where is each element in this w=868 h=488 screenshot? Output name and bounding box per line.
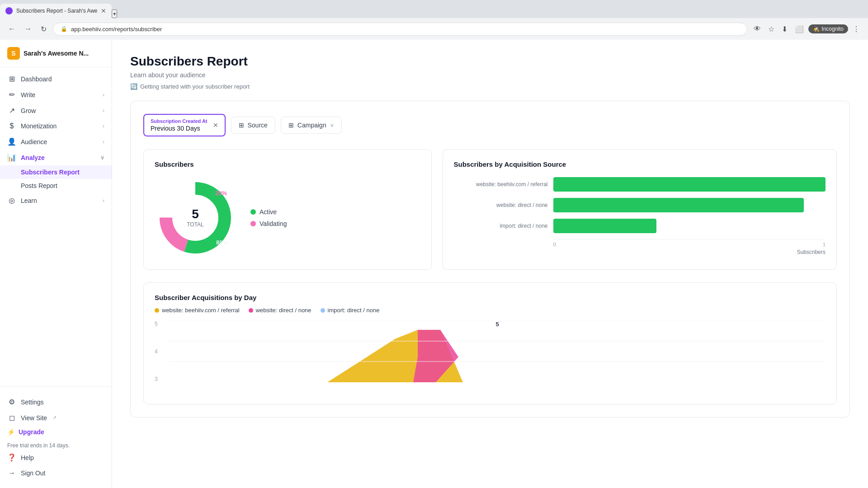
forward-button[interactable]: → [22,23,34,35]
bookmark-button[interactable]: ☆ [765,23,777,35]
trial-text: Free trial ends in 14 days. [7,442,104,450]
info-icon: 🔄 [130,83,137,90]
subscribers-chart-box: Subscribers 5 TOTAL [143,149,432,270]
day-chart-header: Subscriber Acquisitions by Day website: … [155,294,826,314]
bar-row-0: website: beehiiv.com / referral [458,177,826,192]
active-tab[interactable]: Subscribers Report - Sarah's Awe ✕ [0,4,112,18]
axis-start: 0 [553,242,556,247]
posts-report-label: Posts Report [21,182,57,189]
help-link-text: Getting started with your subscriber rep… [140,83,250,90]
refresh-button[interactable]: ↻ [38,23,49,35]
sidebar-item-analyze[interactable]: 📊 Analyze ∨ [0,150,112,165]
sidebar-item-subscribers-report[interactable]: Subscribers Report [0,165,112,179]
bar-label-1: website: direct / none [458,202,548,208]
screen-button[interactable]: ⬜ [792,23,807,35]
legend-dot-1 [249,308,253,313]
sidebar-item-view-site[interactable]: ◻ View Site ↗ [7,410,104,426]
chevron-down-icon: › [103,92,104,98]
peak-label: 5 [495,321,499,328]
legend-validating: Validating [250,220,287,227]
upgrade-button[interactable]: ⚡ Upgrade [7,426,104,438]
sign-out-icon: → [7,469,16,477]
report-container: Subscription Created At Previous 30 Days… [112,101,868,436]
axis-label: Subscribers [553,249,826,255]
sidebar-item-learn[interactable]: ◎ Learn › [0,192,112,208]
toolbar-actions: 👁 ☆ ⬇ ⬜ 🕵 Incognito ⋮ [751,23,863,35]
source-filter-label: Source [248,122,268,129]
analyze-icon: 📊 [7,153,16,162]
date-filter-content: Subscription Created At Previous 30 Days [151,118,208,132]
date-filter-clear-button[interactable]: ✕ [213,122,218,129]
campaign-filter-label: Campaign [297,122,326,129]
validating-label: Validating [259,220,287,227]
tab-close-button[interactable]: ✕ [101,7,106,14]
sidebar-item-write[interactable]: ✏ Write › [0,87,112,103]
legend-active: Active [250,208,287,216]
external-link-icon: ↗ [52,415,57,421]
dashboard-icon: ⊞ [7,75,16,83]
sidebar-item-grow[interactable]: ↗ Grow › [0,103,112,118]
chevron-down-icon: › [103,139,104,145]
bar-track-2 [553,219,826,233]
help-icon: ❓ [7,453,16,462]
upgrade-label: Upgrade [19,428,44,436]
chevron-up-icon: ∨ [100,155,104,161]
tab-favicon [5,7,13,14]
browser-toolbar: ← → ↻ 🔒 app.beehiiv.com/reports/subscrib… [0,18,868,40]
sidebar-item-posts-report[interactable]: Posts Report [0,179,112,192]
bar-track-0 [553,177,826,192]
page-subtitle: Learn about your audience [130,71,850,79]
legend-label-2: import: direct / none [328,307,380,314]
learn-icon: ◎ [7,196,16,205]
write-icon: ✏ [7,90,16,99]
donut-chart-container: 5 TOTAL 20% 80% Active [155,177,420,258]
sidebar-item-settings[interactable]: ⚙ Settings [7,394,104,410]
source-filter-icon: ⊞ [239,122,244,129]
date-filter-label: Subscription Created At [151,118,208,124]
campaign-filter-icon: ⊞ [288,122,294,129]
help-link[interactable]: 🔄 Getting started with your subscriber r… [130,83,850,90]
date-filter-tag[interactable]: Subscription Created At Previous 30 Days… [143,114,226,136]
area-chart-container: 5 4 3 5 [155,321,826,393]
chevron-down-icon: › [103,123,104,129]
sidebar-item-label: Monetization [21,122,98,130]
sidebar-item-label: Write [21,91,98,99]
validating-pct-label: 20% [215,190,227,197]
day-chart-title: Subscriber Acquisitions by Day [155,294,826,301]
y-label-3: 3 [155,376,164,382]
campaign-filter-button[interactable]: ⊞ Campaign ∨ [281,117,342,134]
sidebar-item-sign-out[interactable]: → Sign Out [7,465,104,481]
menu-button[interactable]: ⋮ [850,23,863,35]
tab-title: Subscribers Report - Sarah's Awe [16,8,97,14]
bar-axis: 0 1 [553,242,826,247]
area-chart-svg [169,321,826,382]
sidebar-item-label: Audience [21,138,98,145]
report-card: Subscription Created At Previous 30 Days… [130,101,850,418]
sidebar-item-audience[interactable]: 👤 Audience › [0,134,112,150]
legend-item-2: import: direct / none [321,307,380,314]
new-tab-button[interactable]: + [112,9,117,18]
sidebar-item-monetization[interactable]: $ Monetization › [0,118,112,134]
validating-dot [250,221,256,226]
download-button[interactable]: ⬇ [779,23,790,35]
y-label-4: 4 [155,348,164,355]
legend-label-1: website: direct / none [256,307,311,314]
svg-marker-2 [169,330,576,382]
bar-row-2: import: direct / none [458,219,826,233]
bar-label-2: import: direct / none [458,223,548,229]
lens-button[interactable]: 👁 [751,23,764,35]
sidebar-logo: S [7,47,20,60]
total-label: TOTAL [187,221,204,228]
address-bar[interactable]: 🔒 app.beehiiv.com/reports/subscriber [53,23,747,36]
monetization-icon: $ [7,122,16,130]
grow-icon: ↗ [7,106,16,115]
chevron-down-icon: ∨ [330,122,334,128]
source-filter-button[interactable]: ⊞ Source [231,117,275,134]
sidebar-item-help[interactable]: ❓ Help [7,450,104,465]
legend-item-1: website: direct / none [249,307,311,314]
legend-label-0: website: beehiiv.com / referral [162,307,240,314]
sidebar-item-label: Analyze [21,154,96,161]
axis-end: 1 [823,242,826,247]
sidebar-item-dashboard[interactable]: ⊞ Dashboard [0,71,112,87]
back-button[interactable]: ← [5,23,18,35]
